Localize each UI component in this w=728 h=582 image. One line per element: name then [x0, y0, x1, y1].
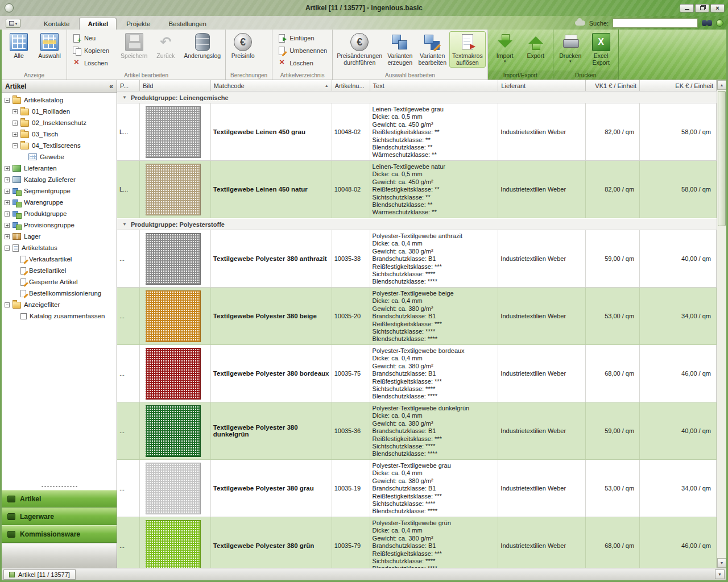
- button-auswahl[interactable]: Auswahl: [34, 31, 65, 61]
- expander-plus-icon[interactable]: [5, 200, 10, 205]
- button-speichern[interactable]: Speichern: [118, 31, 150, 61]
- splitter-handle[interactable]: [2, 483, 117, 490]
- button-alle[interactable]: Alle: [3, 31, 34, 61]
- button-import[interactable]: Import▾: [490, 31, 520, 65]
- button-export[interactable]: Export: [520, 31, 551, 61]
- minimize-button[interactable]: [680, 4, 694, 13]
- tree-item-anzeigefilter[interactable]: Anzeigefilter: [2, 299, 117, 310]
- expander-minus-icon[interactable]: [13, 143, 18, 148]
- button-umbenennen[interactable]: Umbenennen: [276, 45, 328, 56]
- tab-kontakte[interactable]: Kontakte: [35, 18, 78, 30]
- tree-item-verkaufsartikel[interactable]: Verkaufsartikel: [2, 253, 117, 265]
- tree-item-provisionsgruppe[interactable]: Provisionsgruppe: [2, 219, 117, 231]
- table-row[interactable]: L...Textilgewebe Leinen 450 grau10048-02…: [117, 103, 717, 161]
- collapse-sidebar-button[interactable]: «: [109, 82, 113, 90]
- tree-item-produktgruppe[interactable]: Produktgruppe: [2, 208, 117, 219]
- status-dropdown-button[interactable]: ▼: [715, 569, 725, 579]
- column-header-vk1-einheit[interactable]: VK1 € / Einheit: [586, 80, 640, 91]
- expander-plus-icon[interactable]: [13, 132, 18, 137]
- button-drucken[interactable]: Drucken▾: [555, 31, 586, 65]
- table-row[interactable]: ...Textilgewebe Polyester 380 grau10035-…: [117, 460, 717, 517]
- vertical-scrollbar[interactable]: ▲ ▼: [717, 80, 726, 568]
- nav-button-artikel[interactable]: Artikel: [2, 490, 117, 508]
- button-einfügen[interactable]: Einfügen: [276, 33, 328, 43]
- binoculars-search-icon[interactable]: [702, 20, 712, 26]
- expander-plus-icon[interactable]: [5, 177, 10, 182]
- button-löschen[interactable]: Löschen: [71, 58, 115, 68]
- quick-access-button[interactable]: ▾: [6, 19, 20, 28]
- button-preisänderungen-durchführen[interactable]: Preisänderungen durchführen: [334, 31, 384, 68]
- tree-item-segmentgruppe[interactable]: Segmentgruppe: [2, 185, 117, 197]
- tree-item-04-textilscreens[interactable]: 04_Textilscreens: [2, 140, 117, 151]
- tree-item-lager[interactable]: Lager: [2, 231, 117, 242]
- tab-bestellungen[interactable]: Bestellungen: [160, 18, 215, 30]
- expander-plus-icon[interactable]: [5, 234, 10, 239]
- tree-item-katalog-zulieferer[interactable]: Katalog Zulieferer: [2, 174, 117, 185]
- matchcode-cell: Textilgewebe Polyester 380 bordeaux: [211, 345, 332, 402]
- button-varianten-erzeugen[interactable]: Varianten erzeugen: [384, 31, 415, 68]
- group-header-produktgruppe-polyesterstoffe[interactable]: ▼Produktgruppe: Polyesterstoffe: [117, 218, 717, 230]
- tree-item-01-rollladen[interactable]: 01_Rollladen: [2, 106, 117, 117]
- button-änderungslog[interactable]: Änderungslog: [181, 31, 224, 61]
- expander-minus-icon[interactable]: [5, 302, 10, 307]
- expander-minus-icon[interactable]: [5, 246, 10, 251]
- button-zurück[interactable]: Zurück: [150, 31, 181, 61]
- group-header-produktgruppe-leinengemische[interactable]: ▼Produktgruppe: Leinengemische: [117, 92, 717, 103]
- column-header-ek-einheit[interactable]: EK € / Einheit: [640, 80, 717, 91]
- matchcode-cell: Textilgewebe Polyester 380 grau: [211, 460, 332, 517]
- scrollbar-track[interactable]: [717, 90, 726, 558]
- button-textmakros-auflösen[interactable]: Textmakros auflösen: [449, 31, 486, 68]
- column-header-artikelnu[interactable]: Artikelnu...: [332, 80, 370, 91]
- table-row[interactable]: L...Textilgewebe Leinen 450 natur10048-0…: [117, 161, 717, 218]
- tree-item-artikelkatalog[interactable]: Artikelkatalog: [2, 94, 117, 106]
- search-input[interactable]: [613, 18, 698, 28]
- scrollbar-thumb[interactable]: [718, 91, 726, 226]
- table-row[interactable]: ...Textilgewebe Polyester 380 beige10035…: [117, 288, 717, 345]
- expander-plus-icon[interactable]: [5, 166, 10, 171]
- button-neu[interactable]: Neu: [71, 33, 115, 43]
- cube-green-icon: [13, 165, 21, 172]
- tab-list: KontakteArtikelProjekteBestellungen: [35, 18, 216, 30]
- expander-plus-icon[interactable]: [5, 189, 10, 194]
- column-header-matchcode[interactable]: Matchcode▲: [211, 80, 332, 91]
- table-row[interactable]: ...Textilgewebe Polyester 380 grün10035-…: [117, 517, 717, 568]
- tree-item-lieferanten[interactable]: Lieferanten: [2, 163, 117, 174]
- button-kopieren[interactable]: Kopieren: [71, 45, 115, 56]
- tree-item-gesperrte-artikel[interactable]: Gesperrte Artikel: [2, 276, 117, 288]
- expander-plus-icon[interactable]: [13, 109, 18, 114]
- tab-artikel[interactable]: Artikel: [79, 18, 117, 30]
- table-row[interactable]: ...Textilgewebe Polyester 380 anthrazit1…: [117, 230, 717, 288]
- tree-item-artikelstatus[interactable]: Artikelstatus: [2, 242, 117, 253]
- button-löschen[interactable]: Löschen: [276, 58, 328, 68]
- restore-button[interactable]: [695, 4, 709, 13]
- expander-minus-icon[interactable]: [5, 98, 10, 103]
- expander-plus-icon[interactable]: [5, 223, 10, 228]
- scroll-down-button[interactable]: ▼: [717, 558, 726, 568]
- nav-button-kommissionsware[interactable]: Kommissionsware: [2, 525, 117, 543]
- tree-item-gewebe[interactable]: Gewebe: [2, 151, 117, 163]
- close-button[interactable]: ×: [710, 4, 725, 13]
- column-header-text[interactable]: Text: [370, 80, 499, 91]
- expander-plus-icon[interactable]: [5, 211, 10, 217]
- checkbox-icon: [20, 313, 27, 319]
- scroll-up-button[interactable]: ▲: [717, 80, 726, 90]
- table-row[interactable]: ...Textilgewebe Polyester 380 dunkelgrün…: [117, 402, 717, 460]
- tree-item-bestellartikel[interactable]: Bestellartikel: [2, 265, 117, 276]
- tree-item-02-insektenschutz[interactable]: 02_Insektenschutz: [2, 117, 117, 128]
- nav-button-lagerware[interactable]: Lagerware: [2, 508, 117, 525]
- column-header-p[interactable]: P...: [117, 80, 140, 91]
- excel-icon: [592, 33, 610, 51]
- column-header-lieferant[interactable]: Lieferant: [498, 80, 586, 91]
- button-preisinfo[interactable]: Preisinfo: [228, 31, 258, 61]
- tab-projekte[interactable]: Projekte: [118, 18, 159, 30]
- table-row[interactable]: ...Textilgewebe Polyester 380 bordeaux10…: [117, 345, 717, 402]
- tree-item-katalog-zusammenfassen[interactable]: Katalog zusammenfassen: [2, 310, 117, 322]
- button-excel-export[interactable]: Excel Export: [586, 31, 617, 68]
- button-varianten-bearbeiten[interactable]: Varianten bearbeiten: [415, 31, 449, 68]
- tree-item-warengruppe[interactable]: Warengruppe: [2, 197, 117, 208]
- tree-item-03-tisch[interactable]: 03_Tisch: [2, 128, 117, 140]
- tree-item-bestellkommissionierung[interactable]: Bestellkommissionierung: [2, 288, 117, 299]
- column-header-bild[interactable]: Bild: [140, 80, 211, 91]
- status-view-tab[interactable]: Artikel [11 / 13577]: [3, 569, 76, 580]
- expander-plus-icon[interactable]: [13, 120, 18, 126]
